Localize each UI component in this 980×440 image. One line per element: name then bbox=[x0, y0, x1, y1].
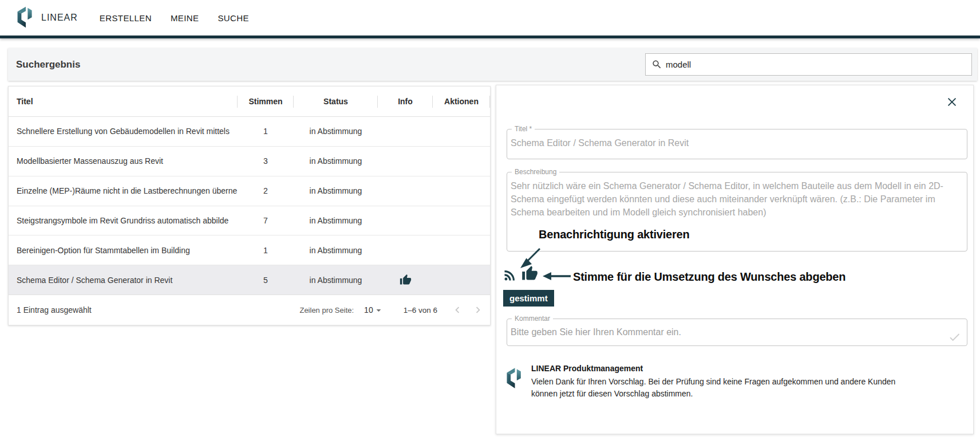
nav-item-erstellen[interactable]: ERSTELLEN bbox=[100, 13, 152, 23]
row-title: Einzelne (MEP-)Räume nicht in die Lastbe… bbox=[9, 186, 238, 195]
table-footer: 1 Eintrag ausgewählt Zeilen pro Seite: 1… bbox=[9, 294, 490, 325]
voted-thumb-icon bbox=[378, 274, 433, 286]
rows-per-page-value: 10 bbox=[364, 305, 373, 315]
page-range: 1–6 von 6 bbox=[404, 306, 437, 315]
thumb-up-icon bbox=[521, 265, 538, 282]
close-icon bbox=[946, 96, 958, 108]
row-votes: 7 bbox=[238, 216, 294, 225]
titel-field-label: Titel * bbox=[512, 125, 535, 133]
row-status: in Abstimmung bbox=[294, 276, 378, 285]
table-row[interactable]: Modellbasierter Massenauszug aus Revit 3… bbox=[9, 147, 490, 176]
rows-per-page-select[interactable]: 10 bbox=[364, 305, 384, 316]
chevron-left-icon bbox=[451, 304, 464, 316]
annotation-arrow-left bbox=[541, 271, 573, 281]
table-row[interactable]: Steigstrangsymbole im Revit Grundriss au… bbox=[9, 206, 490, 236]
row-status: in Abstimmung bbox=[294, 156, 378, 166]
selection-count: 1 Eintrag ausgewählt bbox=[17, 305, 92, 315]
row-status: in Abstimmung bbox=[294, 216, 378, 225]
rows-per-page-label: Zeilen pro Seite: bbox=[299, 306, 354, 315]
vote-button[interactable] bbox=[521, 265, 538, 284]
submit-comment-button[interactable] bbox=[948, 331, 961, 346]
page-title: Suchergebnis bbox=[16, 59, 80, 70]
row-votes: 1 bbox=[238, 127, 294, 136]
row-status: in Abstimmung bbox=[294, 127, 378, 136]
voted-badge: gestimmt bbox=[503, 290, 554, 307]
column-header-status: Status bbox=[294, 87, 378, 116]
product-management-response: LINEAR Produktmanagement Vielen Dank für… bbox=[505, 364, 895, 400]
brand-name: LINEAR bbox=[41, 13, 78, 23]
table-header-row: Titel Stimmen Status Info Aktionen bbox=[9, 87, 490, 117]
column-header-titel: Titel bbox=[9, 87, 238, 116]
annotation-enable-notification: Benachrichtigung aktivieren bbox=[539, 228, 690, 241]
next-page-button[interactable] bbox=[472, 304, 484, 316]
nav-item-suche[interactable]: SUCHE bbox=[218, 13, 249, 23]
row-votes: 1 bbox=[238, 246, 294, 255]
header-divider bbox=[0, 36, 980, 38]
brand: LINEAR bbox=[16, 6, 78, 30]
linear-logo-icon bbox=[16, 6, 35, 30]
titel-field-value: Schema Editor / Schema Generator in Revi… bbox=[507, 133, 967, 150]
kommentar-field-label: Kommentar bbox=[512, 315, 553, 323]
row-title: Modellbasierter Massenauszug aus Revit bbox=[9, 156, 238, 166]
row-votes: 3 bbox=[238, 156, 294, 166]
app-bar: LINEAR ERSTELLEN MEINE SUCHE bbox=[0, 0, 980, 36]
results-table: Titel Stimmen Status Info Aktionen Schne… bbox=[8, 86, 491, 325]
close-panel-button[interactable] bbox=[946, 96, 958, 108]
search-input[interactable] bbox=[666, 60, 966, 69]
row-title: Schema Editor / Schema Generator in Revi… bbox=[9, 276, 238, 285]
annotation-cast-vote: Stimme für die Umsetzung des Wunsches ab… bbox=[573, 270, 845, 284]
titel-field: Titel * Schema Editor / Schema Generator… bbox=[507, 125, 967, 159]
results-toolbar: Suchergebnis bbox=[8, 48, 977, 81]
row-title: Schnellere Erstellung von Gebäudemodelle… bbox=[9, 127, 238, 136]
beschreibung-field-value: Sehr nützlich wäre ein Schema Generator … bbox=[507, 176, 967, 219]
table-row[interactable]: Bereinigen-Option für Stammtabellen im B… bbox=[9, 235, 490, 265]
caret-down-icon bbox=[373, 305, 384, 316]
column-header-aktionen: Aktionen bbox=[433, 87, 490, 116]
row-status: in Abstimmung bbox=[294, 186, 378, 195]
chevron-right-icon bbox=[472, 304, 484, 316]
kommentar-field: Kommentar bbox=[507, 315, 967, 346]
linear-logo-icon bbox=[505, 364, 524, 400]
response-body: Vielen Dank für Ihren Vorschlag. Bei der… bbox=[531, 376, 895, 400]
column-header-info: Info bbox=[378, 87, 433, 116]
row-status: in Abstimmung bbox=[294, 246, 378, 255]
check-icon bbox=[948, 331, 961, 344]
table-row-selected[interactable]: Schema Editor / Schema Generator in Revi… bbox=[9, 265, 490, 295]
search-icon bbox=[651, 59, 662, 70]
row-votes: 5 bbox=[238, 276, 294, 285]
rss-icon bbox=[502, 268, 517, 283]
app-window: LINEAR ERSTELLEN MEINE SUCHE Suchergebni… bbox=[0, 0, 980, 440]
row-title: Steigstrangsymbole im Revit Grundriss au… bbox=[9, 216, 238, 225]
kommentar-input[interactable] bbox=[511, 327, 923, 337]
table-row[interactable]: Einzelne (MEP-)Räume nicht in die Lastbe… bbox=[9, 176, 490, 206]
detail-panel: Titel * Schema Editor / Schema Generator… bbox=[496, 85, 974, 434]
row-title: Bereinigen-Option für Stammtabellen im B… bbox=[9, 246, 238, 255]
response-author: LINEAR Produktmanagement bbox=[531, 364, 895, 373]
table-row[interactable]: Schnellere Erstellung von Gebäudemodelle… bbox=[9, 117, 490, 147]
search-box[interactable] bbox=[645, 53, 972, 76]
beschreibung-field-label: Beschreibung bbox=[512, 168, 559, 176]
row-votes: 2 bbox=[238, 186, 294, 195]
main-nav: ERSTELLEN MEINE SUCHE bbox=[100, 13, 249, 23]
column-header-stimmen: Stimmen bbox=[238, 87, 294, 116]
notification-subscribe-button[interactable] bbox=[502, 268, 517, 285]
previous-page-button[interactable] bbox=[451, 304, 464, 316]
nav-item-meine[interactable]: MEINE bbox=[171, 13, 199, 23]
pagination: Zeilen pro Seite: 10 1–6 von 6 bbox=[299, 304, 484, 316]
